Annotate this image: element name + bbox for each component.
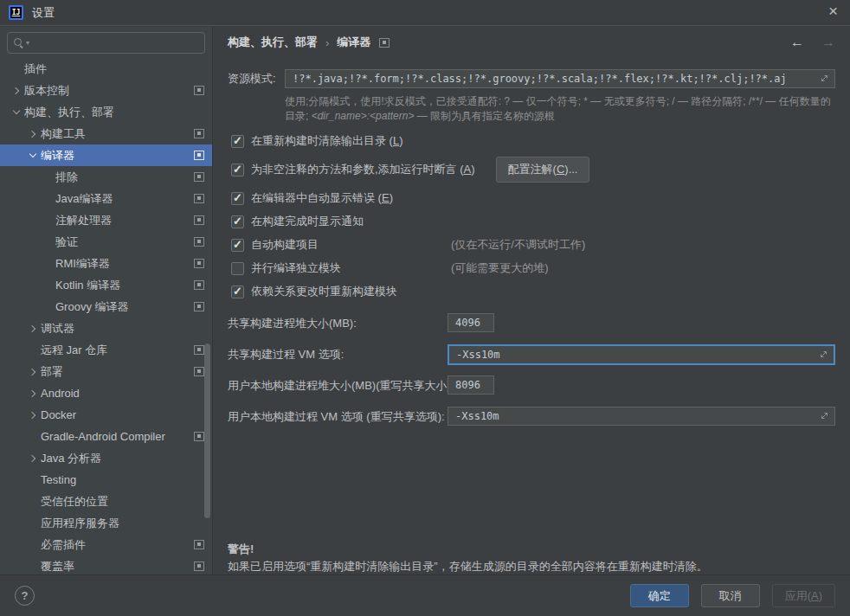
sidebar-item-java-compiler[interactable]: Java编译器 [0, 188, 212, 209]
sidebar-item-gradle-android-compiler[interactable]: Gradle-Android Compiler [0, 426, 212, 447]
settings-page-icon [194, 540, 204, 549]
sidebar-item-label: 验证 [55, 234, 78, 250]
sidebar-item-validation[interactable]: 验证 [0, 231, 212, 253]
chevron-spacer [27, 495, 41, 509]
sidebar-item-remote-jar-repositories[interactable]: 远程 Jar 仓库 [0, 339, 212, 361]
warning-title: 警告! [228, 541, 835, 558]
chevron-spacer [27, 538, 41, 552]
forward-arrow-icon[interactable]: → [821, 35, 835, 50]
expand-icon[interactable] [820, 411, 829, 423]
settings-page-icon [194, 151, 204, 160]
sidebar-item-java-profiler[interactable]: Java 分析器 [0, 447, 212, 469]
chevron-spacer [27, 560, 41, 574]
sidebar-item-android[interactable]: Android [0, 382, 212, 404]
search-input[interactable]: ▾ [7, 32, 205, 54]
sidebar-item-coverage[interactable]: 覆盖率 [0, 555, 212, 574]
expand-icon[interactable] [820, 74, 829, 86]
sidebar-item-label: 受信任的位置 [41, 494, 108, 510]
sidebar-item-label: Java编译器 [55, 191, 113, 207]
checkbox-label: 依赖关系更改时重新构建模块 [251, 284, 397, 299]
settings-page-icon [194, 302, 204, 311]
title-bar: IJ 设置 × [0, 0, 850, 26]
sidebar-item-application-servers[interactable]: 应用程序服务器 [0, 512, 212, 534]
sidebar-item-testing[interactable]: Testing [0, 469, 212, 491]
build-notification-checkbox[interactable] [231, 215, 244, 228]
help-icon[interactable]: ? [15, 586, 35, 606]
sidebar-item-compiler[interactable]: 编译器 [0, 144, 212, 166]
chevron-spacer [10, 62, 24, 76]
back-arrow-icon[interactable]: ← [790, 35, 804, 50]
resource-patterns-label: 资源模式: [228, 71, 285, 87]
cancel-button[interactable]: 取消 [701, 584, 760, 607]
shared-heap-size-input[interactable]: 4096 [448, 313, 494, 332]
settings-page-icon [194, 280, 204, 290]
expand-icon[interactable] [819, 350, 828, 362]
settings-page-icon [194, 259, 204, 268]
shared-vm-options-input[interactable]: -Xss10m [448, 344, 835, 365]
sidebar-item-docker[interactable]: Docker [0, 404, 212, 426]
sidebar-item-label: 应用程序服务器 [41, 516, 119, 531]
chevron-right-icon[interactable] [27, 387, 41, 401]
compiler-settings-form: 资源模式: !?*.java;!?*.form;!?*.class;!?*.gr… [213, 69, 850, 586]
chevron-spacer [42, 170, 55, 184]
sidebar-item-trusted-locations[interactable]: 受信任的位置 [0, 491, 212, 512]
chevron-down-icon[interactable] [27, 149, 41, 163]
show-errors-checkbox[interactable] [231, 192, 244, 205]
clear-output-checkbox[interactable] [231, 135, 244, 148]
checkbox-row-build-automatically: 自动构建项目 (仅在不运行/不调试时工作) [231, 237, 835, 253]
sidebar-item-build-tools[interactable]: 构建工具 [0, 123, 212, 144]
chevron-right-icon[interactable] [27, 408, 41, 422]
chevron-spacer [42, 235, 55, 249]
chevron-right-icon[interactable] [27, 322, 41, 336]
chevron-right-icon[interactable] [27, 365, 41, 379]
ok-button[interactable]: 确定 [630, 584, 689, 607]
checkbox-comment: (仅在不运行/不调试时工作) [451, 237, 585, 253]
build-automatically-checkbox[interactable] [231, 239, 244, 252]
chevron-right-icon[interactable] [27, 127, 41, 141]
sidebar-item-plugins[interactable]: 插件 [0, 58, 212, 80]
settings-page-icon [379, 38, 390, 48]
checkbox-label: 自动构建项目 [251, 237, 319, 253]
settings-sidebar: ▾ 插件 版本控制 构建、执行、部署 构建工具 编译器 排除 [0, 27, 212, 574]
settings-page-icon [194, 345, 204, 355]
rebuild-on-dependency-change-checkbox[interactable] [231, 286, 244, 298]
chevron-spacer [27, 473, 41, 487]
chevron-right-icon[interactable] [27, 452, 41, 465]
checkbox-row-runtime-assertions: 为非空注释的方法和参数,添加运行时断言 (A) 配置注解(C)... [231, 157, 835, 183]
parallel-compile-checkbox[interactable] [231, 262, 244, 275]
settings-page-icon [194, 194, 204, 203]
close-icon[interactable]: × [828, 2, 838, 21]
chevron-spacer [27, 430, 41, 444]
breadcrumb: 构建、执行、部署 › 编译器 ← → [213, 27, 850, 58]
apply-button[interactable]: 应用(A) [772, 584, 835, 607]
sidebar-item-rmi-compiler[interactable]: RMI编译器 [0, 253, 212, 274]
chevron-right-icon[interactable] [10, 84, 24, 98]
chevron-down-icon[interactable] [10, 106, 24, 119]
sidebar-item-label: 排除 [55, 170, 78, 185]
sidebar-item-version-control[interactable]: 版本控制 [0, 80, 212, 101]
sidebar-item-kotlin-compiler[interactable]: Kotlin 编译器 [0, 274, 212, 296]
sidebar-item-groovy-compiler[interactable]: Groovy 编译器 [0, 296, 212, 318]
user-vm-options-input[interactable]: -Xss10m [448, 407, 835, 426]
settings-page-icon [194, 129, 204, 138]
checkbox-row-build-notification: 在构建完成时显示通知 [231, 214, 835, 229]
field-row-shared-vm-options: 共享构建过程 VM 选项: -Xss10m [228, 344, 835, 364]
configure-annotations-button[interactable]: 配置注解(C)... [496, 157, 590, 183]
sidebar-item-excludes[interactable]: 排除 [0, 166, 212, 188]
search-dropdown-icon[interactable]: ▾ [26, 39, 29, 47]
sidebar-item-annotation-processors[interactable]: 注解处理器 [0, 209, 212, 231]
sidebar-item-debugger[interactable]: 调试器 [0, 318, 212, 339]
settings-page-icon [194, 367, 204, 376]
user-heap-size-input[interactable]: 8096 [448, 375, 494, 395]
intellij-logo-icon: IJ [9, 5, 23, 20]
breadcrumb-parent[interactable]: 构建、执行、部署 [228, 35, 318, 50]
runtime-assertions-checkbox[interactable] [231, 164, 244, 176]
sidebar-item-label: 远程 Jar 仓库 [41, 343, 107, 358]
sidebar-item-deployment[interactable]: 部署 [0, 361, 212, 382]
sidebar-item-build-execution-deployment[interactable]: 构建、执行、部署 [0, 101, 212, 123]
settings-page-icon [194, 215, 204, 225]
resource-patterns-input[interactable]: !?*.java;!?*.form;!?*.class;!?*.groovy;!… [285, 69, 835, 88]
sidebar-scrollbar[interactable] [204, 343, 210, 518]
sidebar-item-label: Android [41, 387, 80, 400]
sidebar-item-required-plugins[interactable]: 必需插件 [0, 534, 212, 555]
